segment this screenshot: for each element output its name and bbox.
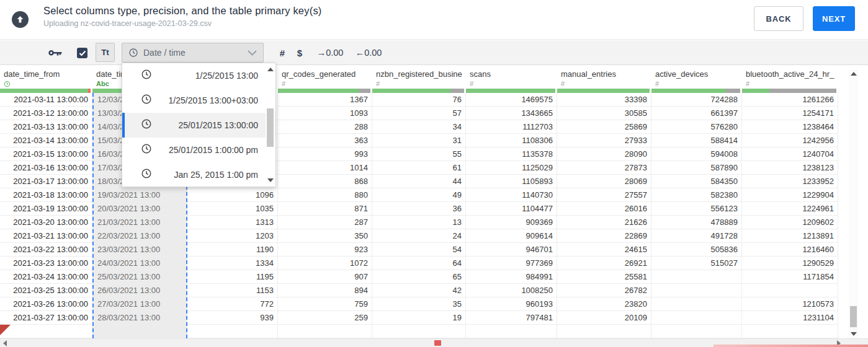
cell[interactable]: 556123: [651, 202, 742, 216]
cell[interactable]: 1210573: [742, 297, 838, 311]
cell[interactable]: 26782: [557, 284, 651, 297]
cell[interactable]: 1231104: [742, 311, 838, 325]
cell[interactable]: 594008: [651, 147, 742, 161]
cell[interactable]: 76: [372, 93, 466, 107]
cell[interactable]: 25869: [557, 120, 651, 134]
scroll-down-icon[interactable]: [850, 332, 857, 336]
cell[interactable]: 24: [372, 229, 466, 243]
date-format-option[interactable]: 25/01/2015 13:00:00: [122, 113, 275, 138]
cell[interactable]: 1261266: [742, 93, 838, 107]
cell[interactable]: 960193: [466, 297, 557, 311]
cell[interactable]: 2021-03-27 13:00:00: [0, 311, 92, 325]
vertical-scrollbar[interactable]: [849, 69, 858, 338]
cell[interactable]: 984991: [466, 270, 557, 284]
cell[interactable]: 1096: [187, 188, 278, 202]
cell[interactable]: 350: [278, 229, 372, 243]
cell[interactable]: 1209602: [742, 216, 838, 229]
cell[interactable]: 24615: [557, 243, 651, 257]
cell[interactable]: 35: [372, 297, 466, 311]
cell[interactable]: 27933: [557, 134, 651, 147]
cell[interactable]: 34: [372, 120, 466, 134]
cell[interactable]: 1367: [278, 93, 372, 107]
cell[interactable]: 28/03/2021 13:00: [94, 311, 186, 325]
scrollbar-thumb[interactable]: [267, 108, 274, 147]
cell[interactable]: 1216460: [742, 243, 838, 257]
cell[interactable]: 894: [278, 284, 372, 297]
cell[interactable]: 1240704: [742, 147, 838, 161]
cell[interactable]: 42: [372, 284, 466, 297]
cell[interactable]: 1190: [187, 243, 278, 257]
cell[interactable]: 1125029: [466, 161, 557, 175]
cell[interactable]: 584350: [651, 175, 742, 188]
cell[interactable]: 587890: [651, 161, 742, 175]
cell[interactable]: 36: [372, 202, 466, 216]
cell[interactable]: 923: [278, 243, 372, 257]
cell[interactable]: 1112703: [466, 120, 557, 134]
scroll-up-icon[interactable]: [850, 72, 857, 76]
cell[interactable]: 724288: [651, 93, 742, 107]
cell[interactable]: 21626: [557, 216, 651, 229]
cell[interactable]: 582380: [651, 188, 742, 202]
cell[interactable]: 909614: [466, 229, 557, 243]
cell[interactable]: 1290529: [742, 257, 838, 270]
scroll-up-icon[interactable]: [267, 68, 274, 71]
cell[interactable]: 22/03/2021 13:00: [94, 229, 186, 243]
cell[interactable]: 1229904: [742, 188, 838, 202]
cell[interactable]: 27873: [557, 161, 651, 175]
cell[interactable]: 25581: [557, 270, 651, 284]
back-button[interactable]: BACK: [754, 6, 803, 31]
column-header[interactable]: manual_entries#: [557, 65, 651, 93]
cell[interactable]: 2021-03-15 13:00:00: [0, 147, 92, 161]
column-header[interactable]: date_time_from: [0, 65, 92, 93]
cell[interactable]: 57: [372, 107, 466, 120]
scrollbar-thumb[interactable]: [850, 306, 857, 327]
cell[interactable]: 1035: [187, 202, 278, 216]
cell[interactable]: 1238464: [742, 120, 838, 134]
cell[interactable]: 880: [278, 188, 372, 202]
cell[interactable]: 27557: [557, 188, 651, 202]
scroll-left-icon[interactable]: [3, 340, 7, 346]
cell[interactable]: 977369: [466, 257, 557, 270]
cell[interactable]: 946701: [466, 243, 557, 257]
cell[interactable]: 1008250: [466, 284, 557, 297]
cell[interactable]: 478889: [651, 216, 742, 229]
cell[interactable]: 26/03/2021 13:00: [94, 284, 186, 297]
cell[interactable]: 363: [278, 134, 372, 147]
column-header[interactable]: bluetooth_active_24_hr_#: [742, 65, 838, 93]
table-column[interactable]: active_devices#7242886613975762805884145…: [651, 65, 742, 338]
cell[interactable]: 30585: [557, 107, 651, 120]
cell[interactable]: 23/03/2021 13:00: [94, 243, 186, 257]
cell[interactable]: [651, 311, 742, 325]
cell[interactable]: 661397: [651, 107, 742, 120]
cell[interactable]: 64: [372, 257, 466, 270]
cell[interactable]: 2021-03-23 13:00:00: [0, 257, 92, 270]
cell[interactable]: 2021-03-11 13:00:00: [0, 93, 92, 107]
cell[interactable]: 2021-03-26 13:00:00: [0, 297, 92, 311]
cell[interactable]: 54: [372, 243, 466, 257]
cell[interactable]: 287: [278, 216, 372, 229]
cell[interactable]: 1238123: [742, 161, 838, 175]
cell[interactable]: 1313: [187, 216, 278, 229]
cell[interactable]: 26921: [557, 257, 651, 270]
cell[interactable]: 288: [278, 120, 372, 134]
cell[interactable]: 1072: [278, 257, 372, 270]
cell[interactable]: 491728: [651, 229, 742, 243]
date-format-option[interactable]: Jan 25, 2015 1:00 pm: [122, 162, 275, 187]
cell[interactable]: [651, 284, 742, 297]
cell[interactable]: 20109: [557, 311, 651, 325]
type-select[interactable]: Date / time: [122, 43, 264, 63]
next-button[interactable]: NEXT: [813, 6, 855, 31]
table-column[interactable]: date_time_from2021-03-11 13:00:002021-03…: [0, 65, 92, 338]
column-header[interactable]: active_devices#: [651, 65, 742, 93]
number-type-button[interactable]: #: [277, 46, 288, 59]
cell[interactable]: 65: [372, 270, 466, 284]
text-type-button[interactable]: Tt: [96, 43, 115, 62]
cell[interactable]: 61: [372, 161, 466, 175]
cell[interactable]: 1233952: [742, 175, 838, 188]
cell[interactable]: 26016: [557, 202, 651, 216]
cell[interactable]: 576280: [651, 120, 742, 134]
table-column[interactable]: manual_entries#3339830585258692793328090…: [557, 65, 651, 338]
cell[interactable]: 1213891: [742, 229, 838, 243]
date-format-option[interactable]: 1/25/2015 13:00+03:00: [122, 88, 275, 113]
cell[interactable]: 1242956: [742, 134, 838, 147]
